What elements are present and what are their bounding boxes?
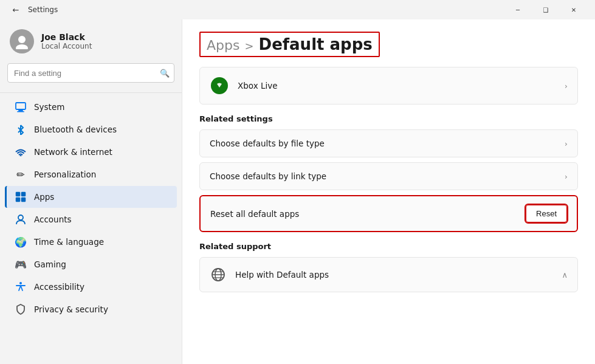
sidebar-item-label: Time & language (34, 237, 104, 247)
sidebar-item-network[interactable]: Network & internet (5, 141, 177, 163)
svg-rect-4 (17, 111, 24, 112)
reset-all-label: Reset all default apps (210, 209, 526, 219)
accounts-icon (15, 213, 27, 225)
xbox-icon (210, 76, 229, 95)
svg-point-1 (16, 44, 28, 49)
network-icon (15, 146, 27, 158)
avatar (10, 29, 34, 53)
sidebar-item-accessibility[interactable]: Accessibility (5, 276, 177, 298)
search-icon: 🔍 (160, 69, 170, 78)
xbox-live-label: Xbox Live (238, 81, 565, 91)
app-title: Settings (28, 5, 504, 14)
accessibility-icon (15, 281, 27, 293)
breadcrumb-current: Default apps (259, 35, 373, 53)
bluetooth-icon (15, 123, 27, 136)
time-icon: 🌍 (15, 236, 27, 248)
search-input[interactable] (7, 63, 174, 83)
related-settings-title: Related settings (199, 114, 578, 123)
svg-rect-9 (21, 197, 26, 202)
svg-rect-7 (21, 192, 26, 196)
list-item-link-type[interactable]: Choose defaults by link type › (199, 162, 578, 190)
user-name: Joe Black (41, 32, 92, 42)
search-container: 🔍 (7, 63, 174, 83)
breadcrumb-parent: Apps (207, 38, 239, 53)
apps-icon (15, 191, 27, 203)
help-label: Help with Default apps (235, 270, 562, 280)
svg-rect-8 (16, 197, 20, 202)
sidebar-item-label: System (34, 102, 64, 112)
sidebar-item-label: Accessibility (34, 282, 84, 292)
user-subtitle: Local Account (41, 42, 92, 50)
chevron-right-icon: › (565, 172, 568, 181)
breadcrumb: Apps > Default apps (199, 32, 380, 57)
help-item-default[interactable]: Help with Default apps ∧ (199, 257, 578, 292)
divider (0, 92, 182, 93)
svg-point-0 (18, 36, 26, 43)
content-area: Apps > Default apps Xbox Live › Related … (182, 19, 595, 364)
file-type-label: Choose defaults by file type (210, 139, 565, 148)
close-button[interactable]: ✕ (560, 0, 588, 19)
svg-point-10 (18, 215, 23, 220)
chevron-right-icon: › (565, 139, 568, 148)
svg-rect-6 (16, 192, 20, 196)
content-scroll: Xbox Live › Related settings Choose defa… (182, 67, 595, 364)
sidebar-item-accounts[interactable]: Accounts (5, 208, 177, 230)
gaming-icon: 🎮 (15, 258, 27, 270)
globe-icon (210, 266, 227, 283)
sidebar-item-label: Gaming (34, 259, 66, 269)
reset-button[interactable]: Reset (526, 205, 567, 222)
svg-rect-2 (16, 103, 26, 109)
sidebar: Joe Black Local Account 🔍 System Bluetoo… (0, 19, 182, 364)
maximize-button[interactable]: ❑ (532, 0, 560, 19)
sidebar-item-label: Bluetooth & devices (34, 125, 117, 134)
reset-all-item: Reset all default apps Reset (199, 195, 578, 232)
sidebar-item-label: Privacy & security (34, 304, 108, 314)
sidebar-item-personalization[interactable]: ✏️ Personalization (5, 163, 177, 185)
nav-menu: System Bluetooth & devices Network & int… (0, 95, 182, 321)
breadcrumb-separator: > (244, 39, 253, 52)
sidebar-item-label: Apps (34, 192, 54, 202)
sidebar-item-bluetooth[interactable]: Bluetooth & devices (5, 118, 177, 140)
user-profile: Joe Black Local Account (0, 19, 182, 61)
list-item-xbox[interactable]: Xbox Live › (199, 67, 578, 105)
content-header: Apps > Default apps (182, 19, 595, 67)
sidebar-item-label: Network & internet (34, 147, 112, 157)
main-layout: Joe Black Local Account 🔍 System Bluetoo… (0, 19, 595, 364)
link-type-label: Choose defaults by link type (210, 171, 565, 181)
personalization-icon: ✏️ (15, 168, 27, 180)
svg-point-11 (19, 282, 22, 284)
sidebar-item-privacy[interactable]: Privacy & security (5, 298, 177, 320)
sidebar-item-time[interactable]: 🌍 Time & language (5, 231, 177, 253)
svg-rect-3 (18, 110, 23, 111)
sidebar-item-gaming[interactable]: 🎮 Gaming (5, 253, 177, 275)
privacy-icon (15, 303, 27, 315)
back-button[interactable]: ← (7, 1, 24, 18)
system-icon (15, 101, 27, 113)
chevron-right-icon: › (565, 81, 568, 91)
chevron-up-icon: ∧ (562, 270, 568, 280)
sidebar-item-label: Accounts (34, 215, 72, 224)
minimize-button[interactable]: ─ (504, 0, 532, 19)
titlebar: ← Settings ─ ❑ ✕ (0, 0, 595, 19)
sidebar-item-apps[interactable]: Apps (5, 186, 177, 208)
svg-point-5 (20, 155, 22, 156)
sidebar-item-system[interactable]: System (5, 96, 177, 118)
list-item-file-type[interactable]: Choose defaults by file type › (199, 129, 578, 157)
related-support-title: Related support (199, 242, 578, 251)
window-controls: ─ ❑ ✕ (504, 0, 588, 19)
sidebar-item-label: Personalization (34, 170, 96, 179)
